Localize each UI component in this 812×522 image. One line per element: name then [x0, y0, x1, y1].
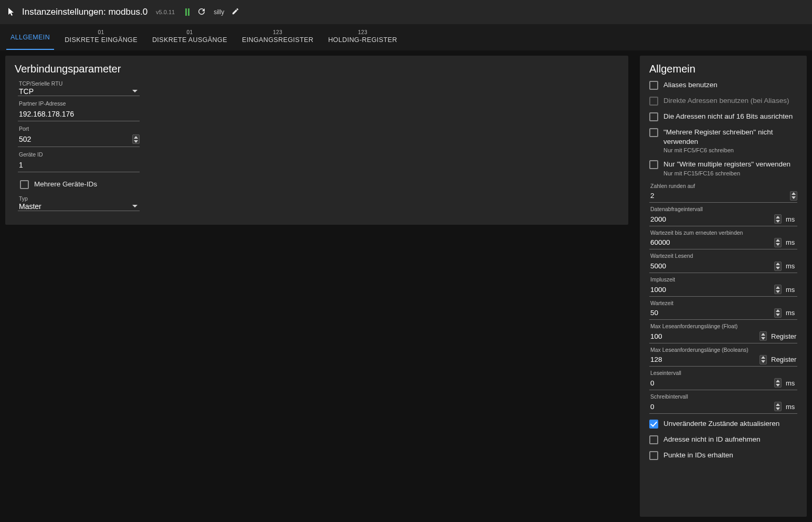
device-id-label: Geräte ID	[18, 151, 140, 158]
write-interval-input[interactable]	[649, 402, 772, 412]
ip-label: Partner IP-Adresse	[18, 100, 140, 107]
wait-label: Wartezeit	[649, 300, 797, 307]
pencil-icon	[231, 7, 239, 17]
pulse-stepper[interactable]	[774, 285, 782, 294]
conn-type-select[interactable]: TCP	[18, 87, 140, 96]
no-addr-in-id-checkbox[interactable]: Adresse nicht in ID aufnehmen	[649, 435, 797, 444]
round-label: Zahlen runden auf	[649, 183, 797, 190]
multi-ids-checkbox[interactable]: Mehrere Geräte-IDs	[20, 180, 146, 189]
no-multi-write-checkbox[interactable]: "Mehrere Register schreiben" nicht verwe…	[649, 128, 797, 153]
keep-dots-checkbox[interactable]: Punkte in IDs erhalten	[649, 451, 797, 460]
checkbox-icon	[649, 451, 658, 460]
reconnect-label: Wartezeit bis zum erneuten verbinden	[649, 229, 797, 236]
read-interval-input[interactable]	[649, 378, 772, 388]
checkbox-icon	[649, 435, 658, 444]
tab-eingangsregister[interactable]: 123 EINGANGSREGISTER	[235, 24, 321, 50]
poll-label: Datenabfrageintervall	[649, 206, 797, 213]
edit-log-button[interactable]	[231, 7, 239, 17]
tab-allgemein[interactable]: ALLGEMEIN	[3, 24, 57, 50]
type-label: Typ	[18, 195, 140, 202]
read-wait-label: Wartezeit Lesend	[649, 253, 797, 259]
conn-type-label: TCP/Serielle RTU	[18, 80, 140, 87]
type-select[interactable]: Master	[18, 202, 140, 211]
max-read-bool-stepper[interactable]	[760, 355, 767, 364]
tab-diskrete-ausgaenge[interactable]: 01 DISKRETE AUSGÄNGE	[145, 24, 235, 50]
only-multi-write-checkbox[interactable]: Nur "Write multiple registers" verwenden…	[649, 160, 797, 176]
unit-ms: ms	[786, 215, 797, 223]
checkbox-icon	[649, 81, 658, 90]
unit-ms: ms	[786, 379, 797, 387]
max-read-float-input[interactable]	[649, 331, 757, 341]
poll-stepper[interactable]	[774, 214, 782, 224]
header-bar: Instanzeinstellungen: modbus.0 v5.0.11 s…	[0, 0, 812, 24]
max-read-bool-label: Max Leseanforderungslänge (Booleans)	[649, 347, 797, 353]
connection-title: Verbindungsparameter	[15, 63, 619, 75]
unit-ms: ms	[786, 286, 797, 294]
log-level-label[interactable]: silly	[214, 8, 224, 16]
refresh-icon	[197, 7, 206, 18]
reconnect-stepper[interactable]	[774, 238, 782, 247]
no-align-checkbox[interactable]: Die Adressen nicht auf 16 Bits ausrichte…	[649, 112, 797, 121]
checkbox-icon	[649, 112, 658, 121]
poll-input[interactable]	[649, 214, 772, 224]
connection-panel: Verbindungsparameter TCP/Serielle RTU TC…	[5, 56, 628, 225]
write-interval-stepper[interactable]	[774, 402, 782, 411]
reconnect-input[interactable]	[649, 237, 772, 247]
write-interval-label: Schreibintervall	[649, 393, 797, 400]
port-input[interactable]	[18, 134, 130, 144]
tab-diskrete-eingaenge[interactable]: 01 DISKRETE EINGÄNGE	[57, 24, 145, 50]
cursor-icon	[8, 8, 15, 16]
checkbox-icon	[649, 128, 658, 137]
unit-register: Register	[771, 332, 797, 340]
max-read-bool-input[interactable]	[649, 354, 757, 364]
read-wait-stepper[interactable]	[774, 262, 782, 271]
aliases-checkbox[interactable]: Aliases benutzen	[649, 80, 797, 90]
port-stepper[interactable]	[132, 134, 140, 144]
direct-addr-checkbox: Direkte Adressen benutzen (bei Aliases)	[649, 96, 797, 106]
page-title: Instanzeinstellungen: modbus.0	[22, 7, 147, 17]
ip-input[interactable]	[18, 109, 140, 119]
update-unchanged-checkbox[interactable]: Unveränderte Zustände aktualisieren	[649, 419, 797, 429]
port-label: Port	[18, 126, 140, 132]
tab-holding-register[interactable]: 123 HOLDING-REGISTER	[321, 24, 404, 50]
unit-ms: ms	[786, 403, 797, 411]
round-stepper[interactable]	[790, 191, 797, 201]
chevron-down-icon	[132, 205, 138, 207]
unit-ms: ms	[786, 309, 797, 317]
max-read-float-label: Max Leseanforderungslänge (Float)	[649, 323, 797, 330]
chevron-down-icon	[132, 90, 138, 92]
wait-input[interactable]	[649, 308, 772, 318]
checkbox-icon	[649, 97, 658, 106]
refresh-button[interactable]	[197, 7, 206, 18]
unit-ms: ms	[786, 262, 797, 270]
general-panel: Allgemein Aliases benutzen Direkte Adres…	[640, 56, 807, 517]
read-interval-label: Leseintervall	[649, 370, 797, 377]
version-label: v5.0.11	[156, 9, 175, 15]
read-wait-input[interactable]	[649, 261, 772, 271]
tab-bar: ALLGEMEIN 01 DISKRETE EINGÄNGE 01 DISKRE…	[0, 24, 812, 50]
checkbox-icon	[20, 180, 29, 189]
unit-register: Register	[771, 356, 797, 363]
device-id-input[interactable]	[18, 160, 140, 170]
checkbox-icon	[649, 160, 658, 169]
checkbox-checked-icon	[649, 420, 658, 429]
general-title: Allgemein	[649, 63, 797, 75]
wait-stepper[interactable]	[774, 308, 782, 318]
pause-icon	[185, 8, 189, 16]
pulse-input[interactable]	[649, 285, 772, 295]
max-read-float-stepper[interactable]	[760, 331, 767, 341]
read-interval-stepper[interactable]	[774, 378, 782, 388]
pulse-label: Impluszeit	[649, 276, 797, 283]
unit-ms: ms	[786, 238, 797, 246]
pause-button[interactable]	[185, 8, 189, 16]
round-input[interactable]	[649, 191, 788, 201]
